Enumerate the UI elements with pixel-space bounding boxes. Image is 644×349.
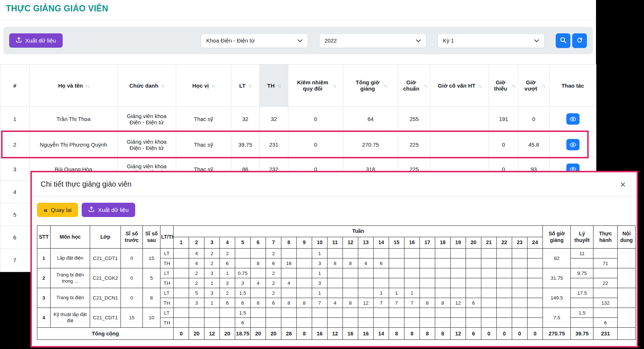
- th-week-value: [435, 278, 451, 288]
- total-week-value: 12: [327, 328, 343, 340]
- size-after: 8: [143, 288, 160, 308]
- back-button[interactable]: « Quay lại: [37, 203, 78, 217]
- detail-col-header-tuan: Tuần: [174, 226, 543, 237]
- refresh-icon: [576, 37, 583, 44]
- grand-total-theory: 39.75: [571, 328, 593, 340]
- teacher-name: Nguyễn Thị Phương Quỳnh: [30, 132, 118, 158]
- th-week-value: 8: [435, 298, 451, 308]
- lt-week-value: [343, 268, 358, 278]
- lt-week-value: [389, 249, 404, 258]
- modal-toolbar: « Quay lại Xuất dữ liệu: [32, 196, 637, 217]
- th-week-value: 8: [281, 298, 297, 308]
- modal-export-button[interactable]: Xuất dữ liệu: [82, 203, 135, 217]
- export-data-label: Xuất dữ liệu: [25, 37, 56, 44]
- col-header-giờ-cố-vấn-ht[interactable]: Giờ cố vấn HT↑↓: [430, 65, 489, 107]
- lt-week-value: [174, 268, 189, 278]
- close-icon[interactable]: ×: [618, 179, 628, 190]
- col-header-họ-và-tên[interactable]: Họ và tên↑↓: [30, 65, 118, 107]
- col-header-giờ-chuẩn[interactable]: Giờ chuẩn↑↓: [398, 65, 430, 107]
- back-button-label: Quay lại: [51, 207, 72, 213]
- th-week-value: 6: [235, 318, 251, 328]
- detail-table: STTMôn họcLớpSĩ số trướcSĩ số sauLT/THTu…: [37, 225, 636, 340]
- th-week-value: [389, 258, 404, 268]
- col-header-giờ-thiếu[interactable]: Giờ thiếu↑↓: [489, 65, 518, 107]
- lt-week-value: 1: [312, 268, 327, 278]
- lt-week-value: [420, 249, 435, 258]
- gio-vuot-value: 45.8: [518, 132, 549, 158]
- theory-hours-value: 1.5: [571, 308, 593, 318]
- col-header-label: Tổng giờ giảng: [355, 79, 381, 92]
- lt-week-value: [174, 288, 189, 298]
- col-header-content: Học vị↑↓: [179, 82, 228, 89]
- lt-week-value: [297, 288, 312, 298]
- lt-week-value: 2: [266, 268, 281, 278]
- total-hours-value: 7.5: [543, 308, 571, 328]
- practice-hours-empty: [593, 249, 618, 258]
- refresh-button[interactable]: [572, 33, 587, 48]
- col-header-học-vị[interactable]: Học vị↑↓: [176, 65, 231, 107]
- detail-col-header-0: STT: [37, 226, 51, 249]
- search-button[interactable]: [556, 33, 570, 48]
- th-week-value: 2: [204, 258, 220, 268]
- modal-title: Chi tiết thực giảng giáo viên: [41, 180, 132, 188]
- th-week-value: [466, 278, 481, 288]
- gio-thieu-value: 191: [489, 107, 518, 132]
- lt-week-value: 2: [266, 288, 281, 298]
- upload-icon: [88, 206, 95, 214]
- th-week-value: [297, 258, 312, 268]
- col-header-lt[interactable]: LT↑↓: [231, 65, 260, 107]
- col-header-tổng-giờ-giảng[interactable]: Tổng giờ giảng↑↓: [343, 65, 398, 107]
- row-index: 2: [0, 132, 30, 158]
- th-week-value: [466, 318, 481, 328]
- subject-lt-row: 2Trang bị điện trong ...C21_CGK205LT2310…: [37, 268, 636, 278]
- col-header-content: Giờ chuẩn↑↓: [401, 79, 427, 92]
- view-detail-button[interactable]: [566, 139, 580, 150]
- export-data-button[interactable]: Xuất dữ liệu: [9, 33, 63, 48]
- lt-week-value: 1: [404, 288, 420, 298]
- th-week-value: [174, 298, 189, 308]
- th-week-value: 4: [281, 278, 297, 288]
- week-header: 17: [420, 237, 435, 249]
- size-before: 0: [121, 288, 143, 308]
- gio-chuan-value: 225: [398, 132, 430, 158]
- th-week-value: [189, 318, 204, 328]
- lt-week-value: 4: [189, 249, 204, 258]
- col-header-chức-danh[interactable]: Chức danh↑↓: [118, 65, 176, 107]
- th-week-value: 4: [189, 258, 204, 268]
- th-week-value: [374, 278, 389, 288]
- th-week-value: 12: [451, 298, 466, 308]
- th-week-value: [327, 278, 343, 288]
- lt-week-value: [358, 268, 374, 278]
- lt-week-value: [327, 249, 343, 258]
- lt-week-value: [266, 308, 281, 318]
- th-week-value: 8: [343, 298, 358, 308]
- row-index: 6: [0, 226, 30, 249]
- size-after: 15: [143, 249, 160, 268]
- th-week-value: [174, 258, 189, 268]
- th-week-value: [297, 318, 312, 328]
- th-week-value: 8: [343, 258, 358, 268]
- col-header-label: Học vị: [192, 82, 209, 89]
- th-week-value: [497, 258, 512, 268]
- th-week-value: [481, 318, 497, 328]
- subject-name: Lắp đặt điện: [51, 249, 90, 268]
- th-week-value: [497, 298, 512, 308]
- lt-row-label: LT: [160, 268, 174, 278]
- col-header-giờ-vượt[interactable]: Giờ vượt↑↓: [518, 65, 549, 107]
- lt-week-value: [251, 308, 266, 318]
- th-week-value: 4: [358, 258, 374, 268]
- total-week-value: 20: [266, 328, 281, 340]
- chevron-down-icon: [416, 37, 421, 44]
- col-header-kiêm-nhiệm-quy-đổi[interactable]: Kiêm nhiệm quy đổi↑↓: [288, 65, 343, 107]
- subject-name: Kỹ thuật lắp đặt điệ: [51, 308, 90, 328]
- year-select[interactable]: 2022: [319, 33, 426, 48]
- practice-hours-empty: [593, 308, 618, 318]
- lt-week-value: 2: [204, 249, 220, 258]
- view-detail-button[interactable]: [566, 113, 580, 125]
- col-header-th[interactable]: TH↑↓: [260, 65, 288, 107]
- semester-select[interactable]: Kỳ 1: [437, 33, 545, 48]
- faculty-select[interactable]: Khoa Điện - Điện tử: [201, 33, 308, 48]
- lt-week-value: [420, 268, 435, 278]
- filter-bar: Xuất dữ liệu Khoa Điện - Điện tử 2022 Kỳ: [3, 27, 593, 54]
- practice-hours-value: 6: [593, 318, 618, 328]
